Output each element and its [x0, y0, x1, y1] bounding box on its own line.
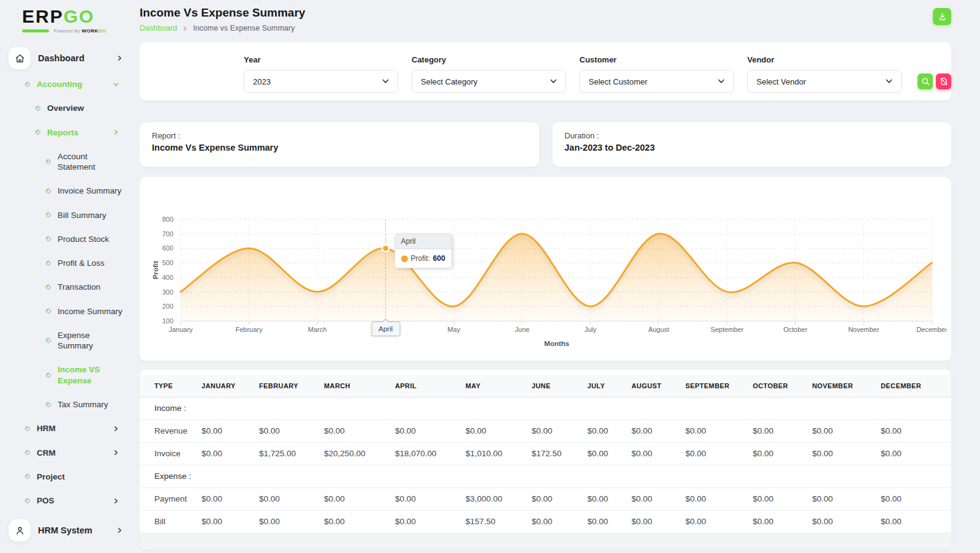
amount-cell: $0.00 [395, 510, 466, 533]
sidebar-item-bill-summary[interactable]: Bill Summary [9, 210, 140, 220]
table-header-row: TYPEJANUARYFEBRUARYMARCHAPRILMAYJUNEJULY… [140, 375, 951, 397]
year-select[interactable]: 2023 [244, 70, 398, 93]
bullet-icon [34, 129, 41, 135]
sidebar-item-expense-summary[interactable]: Expense Summary [9, 330, 140, 352]
vendor-select-value: Select Vendor [756, 77, 806, 86]
sidebar-item-label: Profit & Loss [58, 258, 105, 268]
table-header-cell: JANUARY [202, 375, 259, 397]
chevron-down-icon [718, 79, 725, 84]
svg-text:July: July [584, 326, 597, 333]
reset-filter-button[interactable] [936, 73, 951, 89]
amount-cell: $3,000.00 [466, 487, 532, 510]
sidebar-item-income-summary[interactable]: Income Summary [9, 306, 140, 317]
amount-cell: $18,070.00 [395, 442, 466, 465]
chevron-right-icon [113, 426, 119, 432]
sidebar-item-profit-loss[interactable]: Profit & Loss [9, 258, 140, 268]
sidebar-nav: DashboardAccountingOverviewReportsAccoun… [9, 47, 140, 541]
sidebar-item-label: Invoice Summary [58, 186, 121, 196]
amount-cell: $0.00 [324, 510, 395, 533]
table-row-revenue: Revenue$0.00$0.00$0.00$0.00$0.00$0.00$0.… [140, 419, 951, 442]
amount-cell: $0.00 [685, 442, 753, 465]
sidebar-item-crm[interactable]: CRM [9, 448, 140, 458]
filter-card: Year 2023 Category Select Category Custo… [140, 42, 951, 100]
breadcrumb-dashboard-link[interactable]: Dashboard [140, 24, 177, 32]
section-label: Income : [140, 397, 202, 419]
table-row-bill: Bill$0.00$0.00$0.00$0.00$157.50$0.00$0.0… [140, 510, 951, 533]
sidebar-item-label: Bill Summary [58, 210, 107, 220]
table-section-row: Expense : [140, 465, 951, 487]
sidebar-item-hrm-system[interactable]: HRM System [9, 519, 140, 541]
sidebar-item-pos[interactable]: POS [9, 495, 140, 506]
sidebar-item-reports[interactable]: Reports [9, 127, 140, 138]
download-button[interactable] [933, 8, 951, 25]
bullet-icon [45, 284, 51, 290]
chevron-right-icon [113, 498, 119, 504]
bullet-icon [45, 212, 51, 219]
sidebar-item-overview[interactable]: Overview [9, 103, 140, 113]
svg-text:August: August [648, 326, 669, 333]
section-label: Expense : [140, 465, 202, 487]
app-logo[interactable]: ERPGO Powered By WORKDO [9, 7, 140, 34]
amount-cell: $0.00 [812, 510, 881, 533]
table-header-cell: APRIL [395, 375, 466, 397]
svg-text:100: 100 [162, 317, 173, 325]
customer-select[interactable]: Select Customer [579, 70, 734, 93]
sidebar-item-transaction[interactable]: Transaction [9, 282, 140, 292]
chevron-right-icon [117, 527, 123, 533]
svg-text:September: September [710, 326, 744, 333]
chart-tooltip-value: 600 [433, 254, 445, 263]
sidebar-item-dashboard[interactable]: Dashboard [9, 47, 140, 69]
amount-cell: $0.00 [881, 510, 951, 533]
table-next-row-partial [140, 533, 951, 549]
svg-text:300: 300 [162, 288, 173, 296]
svg-text:400: 400 [162, 274, 173, 281]
home-icon-circle [9, 47, 31, 69]
page: ERPGO Powered By WORKDO DashboardAccount… [0, 0, 980, 553]
profit-area-chart[interactable]: 100200300400500600700800JanuaryFebruaryM… [140, 184, 951, 353]
customer-select-value: Select Customer [589, 77, 647, 86]
chevron-down-icon [382, 79, 389, 84]
sidebar-item-tax-summary[interactable]: Tax Summary [9, 399, 140, 410]
sidebar-item-project[interactable]: Project [9, 472, 140, 482]
home-icon [15, 53, 25, 64]
sidebar-item-label: Income Summary [58, 306, 123, 317]
amount-cell: $0.00 [753, 442, 812, 465]
amount-cell: $0.00 [685, 510, 753, 533]
amount-cell: $0.00 [753, 510, 812, 533]
workdo-dark: WORK [81, 28, 98, 34]
amount-cell: $0.00 [324, 419, 395, 442]
sidebar-item-label: Reports [47, 127, 78, 138]
sidebar-item-label: Dashboard [38, 53, 85, 64]
sidebar-item-account-statement[interactable]: Account Statement [9, 151, 140, 173]
amount-cell: $0.00 [466, 419, 532, 442]
chart-xaxis-tooltip: April [371, 322, 400, 336]
amount-cell: $0.00 [685, 487, 753, 510]
table-header-cell: FEBRUARY [259, 375, 324, 397]
logo-text: ERPGO [22, 7, 140, 26]
duration-value: Jan-2023 to Dec-2023 [565, 143, 940, 152]
amount-cell: $0.00 [587, 487, 631, 510]
sidebar-item-label: POS [37, 495, 55, 506]
amount-cell: $0.00 [753, 487, 812, 510]
sidebar-item-label: Income VS Expense [58, 364, 107, 386]
sidebar-item-accounting[interactable]: Accounting [9, 79, 140, 89]
sidebar-item-label: HRM [37, 423, 56, 434]
table-header-cell: OCTOBER [753, 375, 812, 397]
amount-cell: $1,010.00 [466, 442, 532, 465]
category-select[interactable]: Select Category [412, 70, 566, 93]
sidebar-item-hrm[interactable]: HRM [9, 423, 140, 434]
amount-cell: $0.00 [259, 487, 324, 510]
sidebar-item-label: Overview [47, 103, 84, 113]
logo-tagline: Powered By WORKDO [22, 28, 140, 34]
amount-cell: $0.00 [259, 510, 324, 533]
amount-cell: $0.00 [881, 419, 951, 442]
table-row-payment: Payment$0.00$0.00$0.00$0.00$3,000.00$0.0… [140, 487, 951, 510]
breadcrumb: Dashboard Income vs Expense Summary [140, 24, 305, 32]
apply-filter-button[interactable] [918, 73, 933, 89]
report-value: Income Vs Expense Summary [152, 143, 527, 152]
income-expense-table: TYPEJANUARYFEBRUARYMARCHAPRILMAYJUNEJULY… [140, 375, 951, 549]
vendor-select[interactable]: Select Vendor [747, 70, 902, 93]
sidebar-item-income-vs-expense[interactable]: Income VS Expense [9, 364, 140, 386]
sidebar-item-invoice-summary[interactable]: Invoice Summary [9, 186, 140, 196]
sidebar-item-product-stock[interactable]: Product Stock [9, 234, 140, 244]
